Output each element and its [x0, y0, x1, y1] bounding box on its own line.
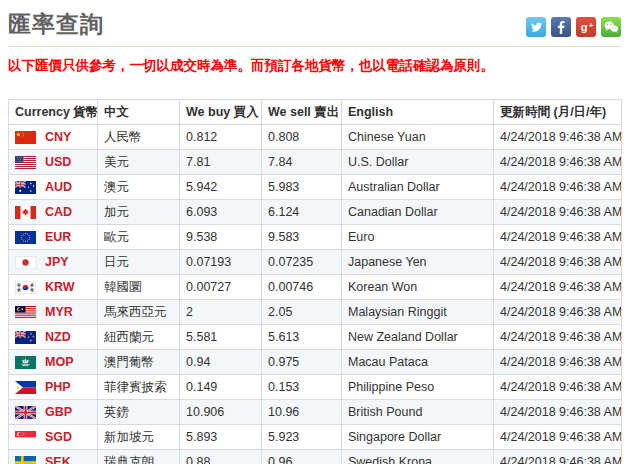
currency-english-name: British Pound — [342, 400, 494, 425]
flag-sgd-icon — [15, 431, 36, 444]
currency-code-link[interactable]: MOP — [45, 355, 73, 370]
currency-cell: CAD — [9, 200, 98, 225]
currency-code-link[interactable]: PHP — [45, 380, 71, 395]
buy-rate: 0.812 — [180, 125, 262, 150]
currency-code-link[interactable]: GBP — [45, 405, 72, 420]
table-row: MOP澳門葡幣0.940.975Macau Pataca4/24/2018 9:… — [9, 350, 622, 375]
buy-rate: 0.00727 — [180, 275, 262, 300]
page-header: 匯率查詢 g+ — [8, 8, 621, 38]
flag-php-icon — [15, 381, 36, 394]
table-row: SGD新加坡元5.8935.923Singapore Dollar4/24/20… — [9, 425, 622, 450]
currency-chinese-name: 菲律賓披索 — [98, 375, 180, 400]
flag-mop-icon — [15, 356, 36, 369]
table-row: USD美元7.817.84U.S. Dollar4/24/2018 9:46:3… — [9, 150, 622, 175]
updated-timestamp: 4/24/2018 9:46:38 AM — [494, 150, 622, 175]
currency-english-name: New Zealand Dollar — [342, 325, 494, 350]
buy-rate: 10.906 — [180, 400, 262, 425]
currency-english-name: Korean Won — [342, 275, 494, 300]
buy-rate: 5.942 — [180, 175, 262, 200]
column-header: 中文 — [98, 100, 180, 125]
sell-rate: 0.07235 — [262, 250, 342, 275]
currency-code-link[interactable]: KRW — [45, 280, 75, 295]
currency-code-link[interactable]: AUD — [45, 180, 72, 195]
currency-chinese-name: 人民幣 — [98, 125, 180, 150]
flag-myr-icon — [15, 306, 36, 319]
currency-cell: SEK — [9, 450, 98, 464]
flag-eur-icon — [15, 231, 36, 244]
sell-rate: 2.05 — [262, 300, 342, 325]
table-row: CAD加元6.0936.124Canadian Dollar4/24/2018 … — [9, 200, 622, 225]
buy-rate: 0.149 — [180, 375, 262, 400]
table-row: JPY日元0.071930.07235Japanese Yen4/24/2018… — [9, 250, 622, 275]
updated-timestamp: 4/24/2018 9:46:38 AM — [494, 200, 622, 225]
updated-timestamp: 4/24/2018 9:46:38 AM — [494, 350, 622, 375]
currency-code-link[interactable]: SEK — [45, 455, 71, 464]
updated-timestamp: 4/24/2018 9:46:38 AM — [494, 450, 622, 464]
currency-chinese-name: 英鎊 — [98, 400, 180, 425]
buy-rate: 5.893 — [180, 425, 262, 450]
currency-code-link[interactable]: CAD — [45, 205, 72, 220]
column-header: We sell 賣出 — [262, 100, 342, 125]
sell-rate: 0.96 — [262, 450, 342, 464]
column-header: Currency 貨幣 — [9, 100, 98, 125]
currency-cell: AUD — [9, 175, 98, 200]
flag-cny-icon — [15, 131, 36, 144]
currency-code-link[interactable]: USD — [45, 155, 71, 170]
updated-timestamp: 4/24/2018 9:46:38 AM — [494, 325, 622, 350]
sell-rate: 5.923 — [262, 425, 342, 450]
buy-rate: 0.94 — [180, 350, 262, 375]
sell-rate: 9.583 — [262, 225, 342, 250]
header-divider — [8, 46, 621, 47]
social-googleplus-button[interactable]: g+ — [576, 17, 596, 37]
sell-rate: 0.00746 — [262, 275, 342, 300]
social-wechat-button[interactable] — [601, 17, 621, 37]
table-row: PHP菲律賓披索0.1490.153Philippine Peso4/24/20… — [9, 375, 622, 400]
flag-cad-icon — [15, 206, 36, 219]
currency-cell: MOP — [9, 350, 98, 375]
social-facebook-button[interactable] — [551, 17, 571, 37]
social-share-bar: g+ — [526, 17, 621, 37]
flag-jpy-icon — [15, 256, 36, 269]
currency-code-link[interactable]: JPY — [45, 255, 69, 270]
currency-cell: MYR — [9, 300, 98, 325]
sell-rate: 10.96 — [262, 400, 342, 425]
currency-chinese-name: 韓國圜 — [98, 275, 180, 300]
currency-cell: KRW — [9, 275, 98, 300]
updated-timestamp: 4/24/2018 9:46:38 AM — [494, 225, 622, 250]
column-header: English — [342, 100, 494, 125]
currency-cell: GBP — [9, 400, 98, 425]
googleplus-icon: g+ — [576, 17, 596, 37]
buy-rate: 7.81 — [180, 150, 262, 175]
currency-chinese-name: 澳門葡幣 — [98, 350, 180, 375]
updated-timestamp: 4/24/2018 9:46:38 AM — [494, 125, 622, 150]
buy-rate: 0.07193 — [180, 250, 262, 275]
currency-chinese-name: 歐元 — [98, 225, 180, 250]
updated-timestamp: 4/24/2018 9:46:38 AM — [494, 250, 622, 275]
social-twitter-button[interactable] — [526, 17, 546, 37]
currency-code-link[interactable]: NZD — [45, 330, 71, 345]
currency-code-link[interactable]: MYR — [45, 305, 73, 320]
currency-cell: USD — [9, 150, 98, 175]
wechat-icon — [601, 17, 621, 37]
currency-code-link[interactable]: EUR — [45, 230, 71, 245]
flag-usd-icon — [15, 156, 36, 169]
currency-chinese-name: 新加坡元 — [98, 425, 180, 450]
table-row: GBP英鎊10.90610.96British Pound4/24/2018 9… — [9, 400, 622, 425]
currency-english-name: Malaysian Ringgit — [342, 300, 494, 325]
sell-rate: 0.808 — [262, 125, 342, 150]
updated-timestamp: 4/24/2018 9:46:38 AM — [494, 425, 622, 450]
currency-code-link[interactable]: CNY — [45, 130, 71, 145]
currency-chinese-name: 馬來西亞元 — [98, 300, 180, 325]
svg-text:+: + — [589, 21, 594, 30]
updated-timestamp: 4/24/2018 9:46:38 AM — [494, 375, 622, 400]
facebook-icon — [551, 17, 571, 37]
table-row: AUD澳元5.9425.983Australian Dollar4/24/201… — [9, 175, 622, 200]
currency-code-link[interactable]: SGD — [45, 430, 72, 445]
currency-chinese-name: 瑞典克朗 — [98, 450, 180, 464]
svg-text:g: g — [581, 21, 588, 33]
table-row: KRW韓國圜0.007270.00746Korean Won4/24/2018 … — [9, 275, 622, 300]
buy-rate: 0.88 — [180, 450, 262, 464]
currency-cell: EUR — [9, 225, 98, 250]
currency-english-name: Japanese Yen — [342, 250, 494, 275]
currency-english-name: Chinese Yuan — [342, 125, 494, 150]
